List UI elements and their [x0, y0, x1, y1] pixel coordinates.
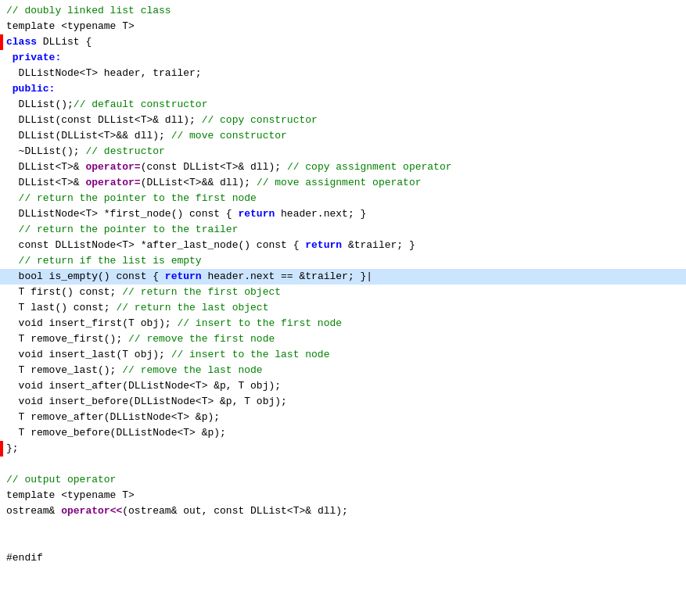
- code-token: operator=: [85, 175, 140, 191]
- code-token: // return if the list is empty: [6, 253, 202, 269]
- code-token: T last() const;: [6, 300, 116, 316]
- code-token: (DLList<T>&& dll);: [141, 175, 257, 191]
- code-token: // return the last object: [116, 300, 268, 316]
- code-line: T remove_last(); // remove the last node: [0, 363, 686, 378]
- code-line: DLList(const DLList<T>& dll); // copy co…: [0, 113, 686, 128]
- code-line: T first() const; // return the first obj…: [0, 285, 686, 300]
- code-token: const DLListNode<T> *after_last_node() c…: [6, 238, 305, 253]
- code-token: DLList();: [6, 97, 74, 113]
- code-line: // return if the list is empty: [0, 253, 686, 269]
- code-token: void insert_after(DLListNode<T> &p, T ob…: [6, 378, 281, 394]
- code-line: bool is_empty() const { return header.ne…: [0, 269, 686, 285]
- code-line: void insert_after(DLListNode<T> &p, T ob…: [0, 378, 686, 394]
- code-line: const DLListNode<T> *after_last_node() c…: [0, 238, 686, 253]
- code-line: void insert_last(T obj); // insert to th…: [0, 347, 686, 363]
- code-token: operator<<: [61, 503, 122, 519]
- code-token: header.next; }: [275, 206, 366, 222]
- code-token: void insert_first(T obj);: [6, 316, 177, 331]
- code-line: // return the pointer to the trailer: [0, 222, 686, 238]
- code-line: template <typename T>: [0, 488, 686, 503]
- code-token: T first() const;: [6, 285, 122, 300]
- code-line: template <typename T>: [0, 19, 686, 34]
- code-token: bool is_empty() const {: [6, 269, 165, 285]
- code-token: template <typename T>: [6, 19, 135, 34]
- code-token: return: [165, 269, 202, 285]
- code-token: DLList<T>&: [6, 175, 85, 191]
- code-token: ostream&: [6, 503, 61, 519]
- code-token: // output operator: [6, 472, 116, 488]
- code-token: T remove_after(DLListNode<T> &p);: [6, 410, 220, 425]
- code-token: };: [6, 441, 19, 457]
- code-line: ostream& operator<<(ostream& out, const …: [0, 503, 686, 519]
- code-token: DLList(DLList<T>&& dll);: [6, 128, 171, 144]
- code-token: ~DLList();: [6, 144, 85, 159]
- code-token: template <typename T>: [6, 488, 135, 503]
- code-line: [0, 519, 686, 535]
- code-token: // insert to the last node: [171, 347, 330, 363]
- code-line: [0, 535, 686, 550]
- code-token: DLList<T>&: [6, 159, 85, 175]
- code-token: return: [238, 206, 275, 222]
- code-token: T remove_before(DLListNode<T> &p);: [6, 425, 226, 441]
- code-token: return: [305, 238, 342, 253]
- code-token: T remove_last();: [6, 363, 122, 378]
- code-line: T remove_after(DLListNode<T> &p);: [0, 410, 686, 425]
- code-token: // default constructor: [74, 97, 208, 113]
- code-line: T last() const; // return the last objec…: [0, 300, 686, 316]
- code-line: };: [0, 441, 686, 457]
- code-token: public:: [6, 81, 55, 97]
- code-line: void insert_before(DLListNode<T> &p, T o…: [0, 394, 686, 410]
- code-line: void insert_first(T obj); // insert to t…: [0, 316, 686, 331]
- code-token: // copy assignment operator: [287, 159, 452, 175]
- code-line: // doubly linked list class: [0, 3, 686, 19]
- code-line: class DLList {: [0, 34, 686, 50]
- code-line: DLList(DLList<T>&& dll); // move constru…: [0, 128, 686, 144]
- code-line: DLListNode<T> *first_node() const { retu…: [0, 206, 686, 222]
- code-line: T remove_before(DLListNode<T> &p);: [0, 425, 686, 441]
- code-line: DLList<T>& operator=(DLList<T>&& dll); /…: [0, 175, 686, 191]
- code-token: // move assignment operator: [257, 175, 422, 191]
- code-line: private:: [0, 50, 686, 66]
- code-token: class: [6, 34, 37, 50]
- code-line: // output operator: [0, 472, 686, 488]
- code-token: // return the pointer to the trailer: [6, 222, 238, 238]
- code-line: DLList();// default constructor: [0, 97, 686, 113]
- code-token: void insert_last(T obj);: [6, 347, 171, 363]
- code-line: T remove_first(); // remove the first no…: [0, 331, 686, 347]
- code-line: [0, 457, 686, 472]
- code-token: (ostream& out, const DLList<T>& dll);: [122, 503, 348, 519]
- code-token: (const DLList<T>& dll);: [141, 159, 287, 175]
- code-token: operator=: [85, 159, 140, 175]
- code-token: // return the first object: [122, 285, 281, 300]
- code-token: // return the pointer to the first node: [6, 191, 257, 206]
- code-line: DLListNode<T> header, trailer;: [0, 66, 686, 81]
- code-token: // remove the last node: [122, 363, 262, 378]
- code-token: DLListNode<T> *first_node() const {: [6, 206, 238, 222]
- code-token: // doubly linked list class: [6, 3, 171, 19]
- code-token: #endif: [6, 550, 43, 566]
- code-token: // remove the first node: [128, 331, 275, 347]
- code-token: void insert_before(DLListNode<T> &p, T o…: [6, 394, 287, 410]
- code-token: &trailer; }: [342, 238, 415, 253]
- code-line: DLList<T>& operator=(const DLList<T>& dl…: [0, 159, 686, 175]
- code-token: // copy constructor: [202, 113, 318, 128]
- code-token: // insert to the first node: [177, 316, 342, 331]
- code-token: // destructor: [85, 144, 164, 159]
- code-token: header.next == &trailer; }|: [202, 269, 372, 285]
- code-token: DLListNode<T> header, trailer;: [6, 66, 202, 81]
- code-line: public:: [0, 81, 686, 97]
- code-token: DLList(const DLList<T>& dll);: [6, 113, 202, 128]
- code-line: #endif: [0, 550, 686, 566]
- code-line: // return the pointer to the first node: [0, 191, 686, 206]
- code-token: T remove_first();: [6, 331, 128, 347]
- code-token: private:: [6, 50, 61, 66]
- code-line: ~DLList(); // destructor: [0, 144, 686, 159]
- code-token: DLList {: [37, 34, 92, 50]
- code-editor: // doubly linked list classtemplate <typ…: [0, 0, 686, 616]
- code-token: // move constructor: [171, 128, 287, 144]
